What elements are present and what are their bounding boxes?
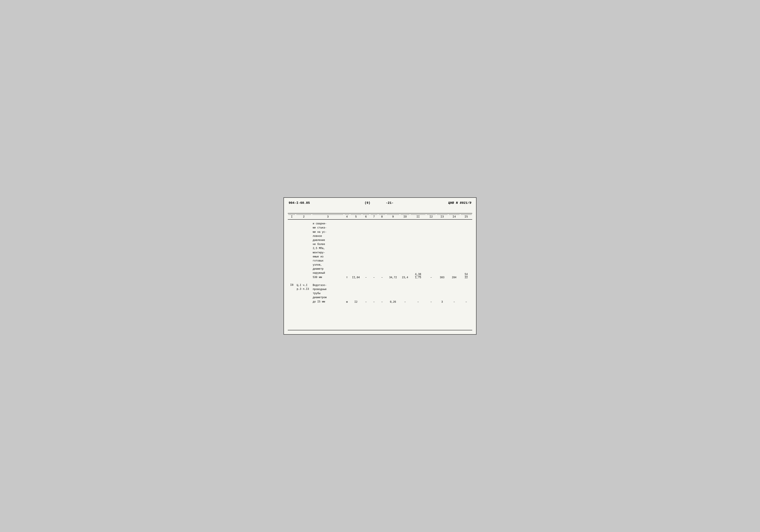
row2-col7: – xyxy=(370,282,378,304)
row1-col13: 383 xyxy=(436,219,448,280)
col-header-14: I4 xyxy=(448,214,460,220)
row1-col4: т xyxy=(344,219,350,280)
row2-col1: I8 xyxy=(288,282,296,304)
row2-col8: – xyxy=(378,282,386,304)
spacer-row xyxy=(288,280,472,282)
row2-col3-description: Водогазо- проводные трубы диаметром до I… xyxy=(312,282,344,304)
row1-col3-description: и сварни- ми стыка- ми на ус- ловное дав… xyxy=(312,219,344,280)
col-header-4: 4 xyxy=(344,214,350,220)
document-page: 904-I-60.85 (9) -21- ЦНВ N 8921/9 I xyxy=(283,197,477,335)
row1-fraction-11: 4,38 1,75 xyxy=(415,273,421,279)
row1-col15: 54 22 xyxy=(460,219,472,280)
col-header-10: IO xyxy=(400,214,410,220)
header-section: (9) -21- xyxy=(364,201,394,205)
table-row: I8 Ц.I ч.I р.3 п.I3 Водогазо- проводные … xyxy=(288,282,472,304)
row1-col9: 34,72 xyxy=(386,219,400,280)
row1-col5: II,04 xyxy=(350,219,362,280)
row1-col6: – xyxy=(362,219,370,280)
row1-col12: – xyxy=(426,219,436,280)
row2-col12: – xyxy=(426,282,436,304)
col-header-11: II xyxy=(410,214,426,220)
row2-col2: Ц.I ч.I р.3 п.I3 xyxy=(296,282,312,304)
row1-col10: 23,4 xyxy=(400,219,410,280)
row1-col2 xyxy=(296,219,312,280)
col-header-1: I xyxy=(288,214,296,220)
row2-col4: м xyxy=(344,282,350,304)
col-header-5: 5 xyxy=(350,214,362,220)
row2-col14: – xyxy=(448,282,460,304)
row2-col13: 3 xyxy=(436,282,448,304)
col-header-8: 8 xyxy=(378,214,386,220)
row1-col7: – xyxy=(370,219,378,280)
row2-col9: 0,26 xyxy=(386,282,400,304)
col-header-6: 6 xyxy=(362,214,370,220)
main-table: I 2 3 4 5 6 xyxy=(288,213,472,330)
header-reference: ЦНВ N 8921/9 xyxy=(448,201,471,205)
col-header-2: 2 xyxy=(296,214,312,220)
col-header-12: I2 xyxy=(426,214,436,220)
bottom-spacer xyxy=(288,304,472,330)
col-header-7: 7 xyxy=(370,214,378,220)
row2-col11: – xyxy=(410,282,426,304)
row1-col1 xyxy=(288,219,296,280)
col-header-9: 9 xyxy=(386,214,400,220)
row2-col5: I2 xyxy=(350,282,362,304)
row1-fraction-15: 54 22 xyxy=(465,273,468,279)
main-table-wrapper: I 2 3 4 5 6 xyxy=(286,212,474,332)
row2-col10: – xyxy=(400,282,410,304)
column-header-row: I 2 3 4 5 6 xyxy=(288,214,472,220)
col-header-13: I3 xyxy=(436,214,448,220)
row1-col14: 284 xyxy=(448,219,460,280)
header-doc-number: 904-I-60.85 xyxy=(289,201,310,205)
table-row: и сварни- ми стыка- ми на ус- ловное дав… xyxy=(288,219,472,280)
page-header: 904-I-60.85 (9) -21- ЦНВ N 8921/9 xyxy=(286,200,474,206)
row2-col6: – xyxy=(362,282,370,304)
row1-col11: 4,38 1,75 xyxy=(410,219,426,280)
col-header-3: 3 xyxy=(312,214,344,220)
row2-col15: – xyxy=(460,282,472,304)
row1-col8: – xyxy=(378,219,386,280)
col-header-15: I5 xyxy=(460,214,472,220)
